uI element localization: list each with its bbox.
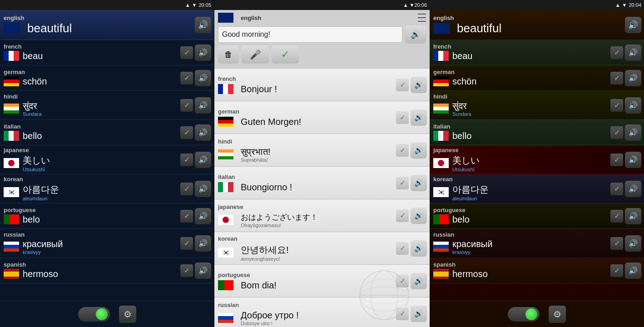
tl-check-ja[interactable]: ✓ <box>396 209 409 222</box>
panel3-item-spanish[interactable]: spanish hermoso ✓ 🔊 <box>430 258 644 283</box>
panel1-item-portuguese[interactable]: portuguese belo ✓ 🔊 <box>0 203 214 229</box>
tl-sound-fr[interactable]: 🔊 <box>411 77 427 93</box>
tl-sound-hi[interactable]: 🔊 <box>411 142 427 159</box>
menu-btn-middle[interactable] <box>418 14 426 22</box>
sound-btn-ja-p3[interactable]: 🔊 <box>625 152 641 168</box>
check-btn-pt-p3[interactable]: ✓ <box>610 210 623 223</box>
sound-btn-ru-p3[interactable]: 🔊 <box>625 235 641 252</box>
gear-btn-p1[interactable]: ⚙ <box>119 306 136 323</box>
sound-btn-it-p3[interactable]: 🔊 <box>625 124 641 141</box>
check-btn-de-p3[interactable]: ✓ <box>610 72 623 84</box>
check-btn-ja-p1[interactable]: ✓ <box>180 154 193 166</box>
check-btn-ru-p3[interactable]: ✓ <box>610 237 623 250</box>
sound-btn-hi-p3[interactable]: 🔊 <box>625 97 641 114</box>
sound-icon-de-p3: 🔊 <box>629 74 638 82</box>
check-btn-ko-p3[interactable]: ✓ <box>610 183 623 195</box>
toggle-btn-p3[interactable] <box>508 307 540 322</box>
tl-check-hi[interactable]: ✓ <box>396 144 409 157</box>
sound-btn-fr-p3[interactable]: 🔊 <box>625 45 641 61</box>
check-btn-de-p1[interactable]: ✓ <box>180 72 193 84</box>
sound-btn-fr-p1[interactable]: 🔊 <box>195 45 211 61</box>
check-btn-hi-p1[interactable]: ✓ <box>180 99 193 112</box>
gear-btn-p3[interactable]: ⚙ <box>549 306 566 323</box>
panel1-item-french[interactable]: french beau ✓ 🔊 <box>0 40 214 65</box>
tl-check-it[interactable]: ✓ <box>396 177 409 189</box>
panel3-item-german[interactable]: german schön ✓ 🔊 <box>430 65 644 91</box>
tl-check-de[interactable]: ✓ <box>396 111 409 124</box>
check-btn-it-p3[interactable]: ✓ <box>610 126 623 139</box>
check-btn-ru-p1[interactable]: ✓ <box>180 237 193 250</box>
panel3-item-french[interactable]: french beau ✓ 🔊 <box>430 40 644 65</box>
panel3-item-hindi[interactable]: hindi सुंदर Sundara ✓ 🔊 <box>430 91 644 120</box>
tl-sound-it[interactable]: 🔊 <box>411 175 427 191</box>
sound-btn-de-p1[interactable]: 🔊 <box>195 70 211 86</box>
trans-item-it[interactable]: italian Buongiorno ! ✓ 🔊 <box>214 167 430 199</box>
sound-btn-es-p1[interactable]: 🔊 <box>195 263 211 279</box>
check-icon-fr-p3: ✓ <box>614 48 620 57</box>
panel1-item-spanish[interactable]: spanish hermoso ✓ 🔊 <box>0 258 214 283</box>
word-sub-hi-p1: Sundara <box>23 111 42 117</box>
tl-check-pt[interactable]: ✓ <box>396 275 409 287</box>
check-btn-es-p1[interactable]: ✓ <box>180 264 193 277</box>
trans-item-hi[interactable]: hindi सुप्रभात! Suprabhāta! ✓ 🔊 <box>214 134 430 167</box>
sound-btn-ru-p1[interactable]: 🔊 <box>195 235 211 252</box>
panel1-item-italian[interactable]: italian bello ✓ 🔊 <box>0 120 214 145</box>
trans-item-de[interactable]: german Guten Morgen! ✓ 🔊 <box>214 101 430 134</box>
check-btn-es-p3[interactable]: ✓ <box>610 264 623 277</box>
panel3-item-korean[interactable]: korean 🇰🇷 아름다운 aleumdaun ✓ 🔊 <box>430 174 644 203</box>
panel1-item-korean[interactable]: korean 🇰🇷 아름다운 aleumdaun ✓ 🔊 <box>0 174 214 203</box>
sound-btn-pt-p3[interactable]: 🔊 <box>625 208 641 224</box>
panel3-item-russian[interactable]: russian красивый krasivyy ✓ 🔊 <box>430 229 644 258</box>
sound-btn-it-p1[interactable]: 🔊 <box>195 124 211 141</box>
tl-check-ru[interactable]: ✓ <box>396 307 409 320</box>
tl-sound-pt[interactable]: 🔊 <box>411 273 427 289</box>
text-input-middle[interactable] <box>218 26 402 43</box>
check-btn-fr-p3[interactable]: ✓ <box>610 46 623 59</box>
tl-check-ko[interactable]: ✓ <box>396 242 409 255</box>
panel1-item-japanese[interactable]: japanese 美しい Utsukushī ✓ 🔊 <box>0 145 214 174</box>
check-btn-it-p1[interactable]: ✓ <box>180 126 193 139</box>
panel1-item-russian[interactable]: russian красивый krasivyy ✓ 🔊 <box>0 229 214 258</box>
confirm-btn-middle[interactable]: ✓ <box>272 45 299 64</box>
panel3-item-portuguese[interactable]: portuguese belo ✓ 🔊 <box>430 203 644 229</box>
check-icon-it-p3: ✓ <box>614 128 620 137</box>
sound-btn-hi-p1[interactable]: 🔊 <box>195 97 211 114</box>
panel1-item-hindi[interactable]: hindi सुंदर Sundara ✓ 🔊 <box>0 91 214 120</box>
mic-btn-middle[interactable]: 🎤 <box>242 45 269 64</box>
check-btn-fr-p1[interactable]: ✓ <box>180 46 193 59</box>
check-btn-ja-p3[interactable]: ✓ <box>610 154 623 166</box>
word-row-ko-p1: 🇰🇷 아름다운 aleumdaun <box>4 183 210 201</box>
trans-item-ru[interactable]: russian Доброе утро ! Dobroye utro ! ✓ 🔊 <box>214 297 430 327</box>
toggle-btn-p1[interactable] <box>78 307 110 322</box>
trans-item-pt[interactable]: portuguese Bom dia! ✓ 🔊 <box>214 265 430 297</box>
trans-item-ja[interactable]: japanese おはようございます！ Ohayōgozaimasu! ✓ 🔊 <box>214 199 430 232</box>
trans-item-ko[interactable]: korean 🇰🇷 안녕하세요! annyeonghaseyo! ✓ 🔊 <box>214 232 430 265</box>
sound-btn-header-p1[interactable]: 🔊 <box>195 17 211 33</box>
check-btn-ko-p1[interactable]: ✓ <box>180 183 193 195</box>
sound-btn-es-p3[interactable]: 🔊 <box>625 263 641 279</box>
flag-uk-p1 <box>4 23 20 34</box>
tl-check-fr[interactable]: ✓ <box>396 79 409 91</box>
panel3-item-italian[interactable]: italian bello ✓ 🔊 <box>430 120 644 145</box>
panel3-item-japanese[interactable]: japanese 美しい Utsukushī ✓ 🔊 <box>430 145 644 174</box>
panel1-item-german[interactable]: german schön ✓ 🔊 <box>0 65 214 91</box>
sound-btn-ko-p1[interactable]: 🔊 <box>195 181 211 197</box>
trash-btn-middle[interactable]: 🗑 <box>218 45 239 64</box>
word-ru-p1: красивый <box>23 239 63 249</box>
sound-btn-input-middle[interactable]: 🔊 <box>405 25 426 44</box>
status-bar-middle: ▲ ▼ 20:06 <box>214 0 430 10</box>
sound-btn-de-p3[interactable]: 🔊 <box>625 70 641 86</box>
sound-btn-ja-p1[interactable]: 🔊 <box>195 152 211 168</box>
tl-sound-ja[interactable]: 🔊 <box>411 208 427 224</box>
check-btn-hi-p3[interactable]: ✓ <box>610 99 623 112</box>
sound-btn-ko-p3[interactable]: 🔊 <box>625 181 641 197</box>
check-icon-de-p1: ✓ <box>184 74 190 82</box>
tl-sound-ru[interactable]: 🔊 <box>411 306 427 322</box>
tl-sound-de[interactable]: 🔊 <box>411 109 427 126</box>
tl-sound-ko[interactable]: 🔊 <box>411 240 427 257</box>
sound-icon-header-p3: 🔊 <box>628 20 638 30</box>
sound-btn-pt-p1[interactable]: 🔊 <box>195 208 211 224</box>
sound-btn-header-p3[interactable]: 🔊 <box>625 17 641 33</box>
check-btn-pt-p1[interactable]: ✓ <box>180 210 193 223</box>
trans-item-fr[interactable]: french Bonjour ! ✓ 🔊 <box>214 69 430 101</box>
